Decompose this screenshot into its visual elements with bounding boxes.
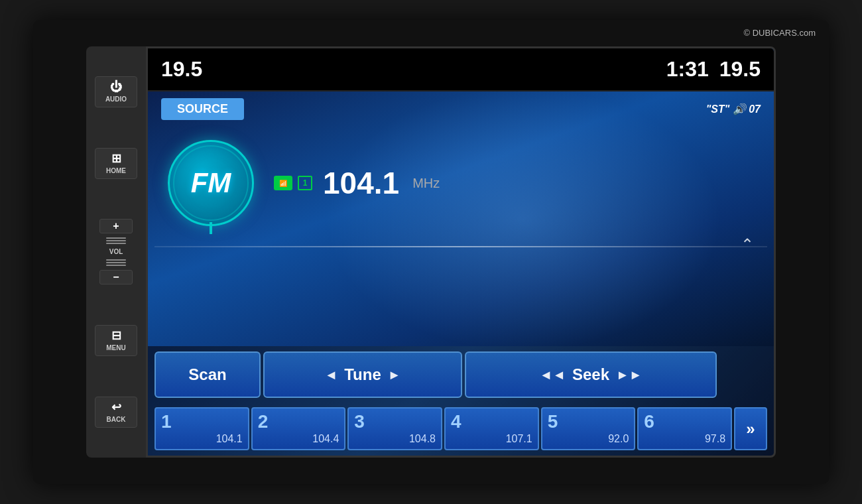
- seek-right-icon: ►►: [616, 367, 643, 383]
- vol-line-2: [106, 240, 126, 241]
- menu-button[interactable]: ⊟ MENU: [95, 325, 137, 356]
- fm-logo: FM: [168, 140, 254, 226]
- car-infotainment-unit: © DUBICARS.com ⏻ AUDIO ⊞ HOME + VOL: [33, 20, 829, 484]
- preset-3-number: 3: [354, 412, 365, 431]
- watermark: © DUBICARS.com: [743, 28, 816, 38]
- audio-label: AUDIO: [105, 95, 127, 103]
- signal-icons: 📶 1: [274, 176, 312, 190]
- fm-display: FM 📶 1 104.1 MHz: [148, 127, 774, 246]
- volume-group: + VOL −: [99, 219, 133, 284]
- vol-line-5: [106, 262, 126, 263]
- temp-right: 19.5: [719, 57, 761, 82]
- chevron-right-icon: »: [746, 420, 755, 438]
- seek-label: Seek: [572, 365, 609, 384]
- back-label: BACK: [107, 416, 126, 423]
- preset-4-freq: 107.1: [506, 433, 532, 445]
- back-icon: ↩: [111, 401, 121, 413]
- preset-button-3[interactable]: 3 104.8: [347, 407, 442, 450]
- mhz-unit: MHz: [412, 176, 440, 191]
- clock-display: 1:31: [666, 57, 709, 82]
- main-screen: 19.5 1:31 19.5 SOURCE "ST" 🔊 07 FM: [146, 46, 776, 458]
- st-volume-display: "ST" 🔊 07: [706, 103, 761, 115]
- seek-left-icon: ◄◄: [539, 367, 566, 383]
- fm-label: FM: [191, 167, 231, 199]
- vol-minus-icon: −: [113, 271, 119, 283]
- frequency-area: 📶 1 104.1 MHz: [274, 165, 440, 201]
- speaker-icon: 🔊: [733, 103, 746, 115]
- preset-2-number: 2: [258, 412, 269, 431]
- vol-line-4: [106, 259, 126, 261]
- preset-button-6[interactable]: 6 97.8: [637, 407, 732, 450]
- preset-1-freq: 104.1: [216, 433, 243, 445]
- preset-button-1[interactable]: 1 104.1: [154, 407, 249, 450]
- preset-more-button[interactable]: »: [734, 407, 767, 450]
- menu-icon: ⊟: [111, 330, 121, 342]
- preset-3-freq: 104.8: [409, 433, 436, 445]
- preset-6-freq: 97.8: [705, 433, 725, 445]
- source-badge[interactable]: SOURCE: [161, 98, 244, 120]
- back-button[interactable]: ↩ BACK: [95, 397, 137, 428]
- power-icon: ⏻: [110, 81, 122, 93]
- volume-level: 07: [749, 103, 761, 115]
- st-label: "ST": [706, 103, 733, 115]
- vol-line-1: [106, 237, 126, 239]
- preset-6-number: 6: [644, 412, 654, 431]
- home-button[interactable]: ⊞ HOME: [95, 148, 137, 179]
- preset-4-number: 4: [451, 412, 462, 431]
- vol-line-3: [106, 243, 126, 244]
- main-content-area: SOURCE "ST" 🔊 07 FM 📶 1 104.1: [148, 92, 774, 346]
- control-buttons-row: Scan ◄ Tune ► ◄◄ Seek ►►: [148, 346, 774, 403]
- tune-right-icon: ►: [388, 367, 401, 383]
- preset-button-4[interactable]: 4 107.1: [444, 407, 539, 450]
- menu-label: MENU: [106, 344, 125, 351]
- preset-1-number: 1: [161, 412, 172, 431]
- vol-label: VOL: [109, 248, 123, 255]
- vol-icon-2: [106, 258, 126, 267]
- scan-button[interactable]: Scan: [154, 351, 261, 398]
- preset-buttons-row: 1 104.1 2 104.4 3 104.8 4 107.1 5 92.0 6…: [148, 403, 774, 456]
- status-bar: 19.5 1:31 19.5: [148, 48, 774, 92]
- preset-2-freq: 104.4: [312, 433, 339, 445]
- vol-line-6: [106, 265, 126, 266]
- preset-indicator: 1: [298, 176, 312, 190]
- frequency-value: 104.1: [323, 165, 399, 201]
- vol-plus-icon: +: [113, 220, 119, 232]
- status-right: 1:31 19.5: [666, 57, 761, 82]
- audio-button[interactable]: ⏻ AUDIO: [95, 76, 137, 107]
- vol-down-button[interactable]: −: [99, 270, 133, 284]
- preset-button-5[interactable]: 5 92.0: [541, 407, 636, 450]
- preset-5-freq: 92.0: [608, 433, 629, 445]
- divider-line: ⌃: [154, 246, 767, 247]
- vol-up-button[interactable]: +: [99, 219, 133, 233]
- source-bar: SOURCE "ST" 🔊 07: [148, 92, 774, 127]
- home-label: HOME: [106, 167, 126, 174]
- seek-button[interactable]: ◄◄ Seek ►►: [465, 351, 717, 398]
- temp-left: 19.5: [161, 57, 202, 82]
- signal-strength-icon: 📶: [274, 176, 292, 190]
- scan-label: Scan: [188, 365, 226, 384]
- tune-left-icon: ◄: [324, 367, 338, 383]
- left-control-panel: ⏻ AUDIO ⊞ HOME + VOL −: [86, 46, 146, 458]
- vol-icon: [106, 236, 126, 245]
- tune-label: Tune: [344, 365, 381, 384]
- preset-5-number: 5: [548, 412, 558, 431]
- tune-button[interactable]: ◄ Tune ►: [263, 351, 462, 398]
- grid-icon: ⊞: [111, 153, 121, 164]
- preset-button-2[interactable]: 2 104.4: [251, 407, 346, 450]
